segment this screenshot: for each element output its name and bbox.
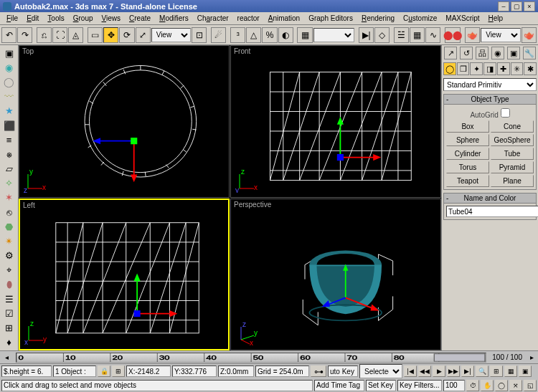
autogrid-checkbox[interactable] (501, 108, 510, 118)
tab-utilities-icon[interactable]: 🔧 (523, 47, 536, 59)
angle-snap-button[interactable]: △ (246, 27, 261, 43)
viewport-zoomext-icon[interactable]: ▣ (519, 365, 532, 377)
select-rotate-button[interactable]: ⟳ (119, 27, 134, 43)
spinner-snap-button[interactable]: ◐ (278, 27, 293, 43)
object-name-input[interactable] (446, 206, 538, 217)
sub-lights-icon[interactable]: ✦ (470, 62, 483, 75)
geosphere-button[interactable]: GeoSphere (491, 134, 534, 146)
auto-key-button[interactable]: uto Key (328, 365, 358, 377)
reactor-misc2-icon[interactable]: ♦ (2, 336, 16, 349)
cone-button[interactable]: Cone (491, 120, 534, 133)
menu-rendering[interactable]: Rendering (358, 14, 398, 23)
next-frame-button[interactable]: ▶▶ (447, 365, 460, 377)
mirror-button[interactable]: ▶| (359, 27, 374, 43)
named-sets-select[interactable] (313, 28, 355, 42)
key-mode-icon[interactable]: ⊶ (311, 365, 326, 377)
y-coord-field[interactable]: Y:332.776 (172, 365, 217, 377)
menu-grapheditors[interactable]: Graph Editors (305, 14, 357, 23)
teapot-button[interactable]: Teapot (446, 175, 489, 187)
sub-cameras-icon[interactable]: ◨ (483, 62, 496, 75)
reactor-cloth-icon[interactable]: ◉ (2, 61, 16, 74)
sub-helpers-icon[interactable]: ✚ (497, 62, 510, 75)
reactor-motor-icon[interactable]: ⬛ (2, 119, 16, 132)
viewport-left[interactable]: Left zyx (19, 199, 230, 351)
minimize-button[interactable]: – (498, 1, 509, 11)
menu-animation[interactable]: Animation (265, 14, 303, 23)
reactor-fracture-icon[interactable]: ⎋ (2, 206, 16, 219)
sphere-button[interactable]: Sphere (446, 134, 489, 146)
snap-toggle-button[interactable]: ³ (230, 27, 245, 43)
align-button[interactable]: ◇ (374, 27, 390, 43)
curve-editor-button[interactable]: ∿ (425, 27, 440, 43)
tab-modify-icon[interactable]: ↺ (460, 47, 473, 59)
undo-button[interactable]: ↶ (1, 27, 16, 43)
unlink-button[interactable]: ⛶ (52, 27, 67, 43)
tab-hierarchy-icon[interactable]: 品 (476, 47, 489, 59)
menu-file[interactable]: File (3, 14, 22, 23)
reactor-spring-icon[interactable]: ⎈ (2, 148, 16, 161)
maxscript-listener[interactable]: $.height = 6. (1, 365, 52, 377)
time-config-button[interactable]: ⏱ (466, 380, 479, 391)
x-coord-field[interactable]: X:-2148.2 (126, 365, 171, 377)
menu-customize[interactable]: Customize (400, 14, 440, 23)
prev-frame-button[interactable]: ◀◀ (418, 365, 431, 377)
render-preset-select[interactable]: View (481, 28, 521, 42)
key-filters-button[interactable]: Key Filters... (397, 380, 442, 391)
maximize-button[interactable]: ▢ (511, 1, 522, 11)
reactor-wind-icon[interactable]: ✧ (2, 177, 16, 190)
tab-display-icon[interactable]: ▣ (507, 47, 520, 59)
percent-snap-button[interactable]: % (262, 27, 277, 43)
manipulate-button[interactable]: ☄ (211, 27, 226, 43)
pivot-center-button[interactable]: ⊡ (192, 27, 207, 43)
menu-views[interactable]: Views (98, 14, 125, 23)
goto-start-button[interactable]: |◀ (404, 365, 417, 377)
tube-button[interactable]: Tube (491, 148, 534, 160)
absolute-mode-button[interactable]: ⊞ (112, 365, 125, 377)
viewport-zoom-icon[interactable]: 🔍 (476, 365, 489, 377)
menu-modifiers[interactable]: Modifiers (156, 14, 192, 23)
tab-create-icon[interactable]: ↗ (444, 47, 457, 59)
reactor-rope-icon[interactable]: 〰 (2, 90, 16, 103)
ref-coord-system-select[interactable]: View (151, 28, 192, 42)
menu-group[interactable]: Group (70, 14, 97, 23)
close-button[interactable]: × (524, 1, 535, 11)
reactor-analyze-icon[interactable]: ✴ (2, 234, 16, 247)
timeline[interactable]: ◂ 0 10 20 30 40 50 60 70 80 90 100 100 /… (0, 350, 538, 363)
key-filter-select[interactable]: Selected (359, 364, 402, 378)
goto-end-button[interactable]: ▶| (461, 365, 474, 377)
menu-edit[interactable]: Edit (23, 14, 42, 23)
time-ruler[interactable]: 0 10 20 30 40 50 60 70 80 90 100 (16, 353, 486, 363)
plane-button[interactable]: Plane (491, 175, 534, 187)
sub-spacewarps-icon[interactable]: ✳ (511, 62, 524, 75)
menu-character[interactable]: Character (194, 14, 232, 23)
viewport-zoom-all-icon[interactable]: ⊞ (490, 365, 503, 377)
schematic-view-button[interactable]: ▦ (410, 27, 425, 43)
sub-geometry-icon[interactable]: ◯ (443, 62, 456, 75)
viewport-top[interactable]: Top yxz (19, 45, 230, 198)
reactor-help-icon[interactable]: ☰ (2, 292, 16, 305)
tab-motion-icon[interactable]: ◉ (491, 47, 504, 59)
sub-shapes-icon[interactable]: ❒ (457, 62, 470, 75)
category-select[interactable]: Standard Primitiv (443, 78, 537, 91)
torus-button[interactable]: Torus (446, 161, 489, 173)
reactor-plane-icon[interactable]: ▱ (2, 163, 16, 176)
viewport-pan-icon[interactable]: ✋ (481, 380, 494, 391)
box-button[interactable]: Box (446, 120, 489, 133)
reactor-softbody-icon[interactable]: ◯ (2, 75, 16, 88)
reactor-misc1-icon[interactable]: ⊞ (2, 322, 16, 335)
viewport-perspective[interactable]: Perspective (230, 199, 441, 351)
redo-button[interactable]: ↷ (17, 27, 32, 43)
reactor-preview-icon[interactable]: ⬣ (2, 220, 16, 233)
select-scale-button[interactable]: ⤢ (136, 27, 151, 43)
reactor-property-icon[interactable]: ⬮ (2, 278, 16, 291)
menu-help[interactable]: Help (485, 14, 507, 23)
select-object-button[interactable]: ▭ (88, 27, 103, 43)
cylinder-button[interactable]: Cylinder (446, 148, 489, 160)
viewport-arc-rotate-icon[interactable]: ◯ (495, 380, 508, 391)
current-frame-input[interactable] (443, 380, 465, 391)
reactor-toycar-icon[interactable]: ✶ (2, 191, 16, 204)
select-move-button[interactable]: ✥ (103, 27, 118, 43)
reactor-more-icon[interactable]: ☑ (2, 307, 16, 320)
menu-tools[interactable]: Tools (44, 14, 67, 23)
quick-render-button[interactable]: 🫖 (522, 27, 537, 43)
